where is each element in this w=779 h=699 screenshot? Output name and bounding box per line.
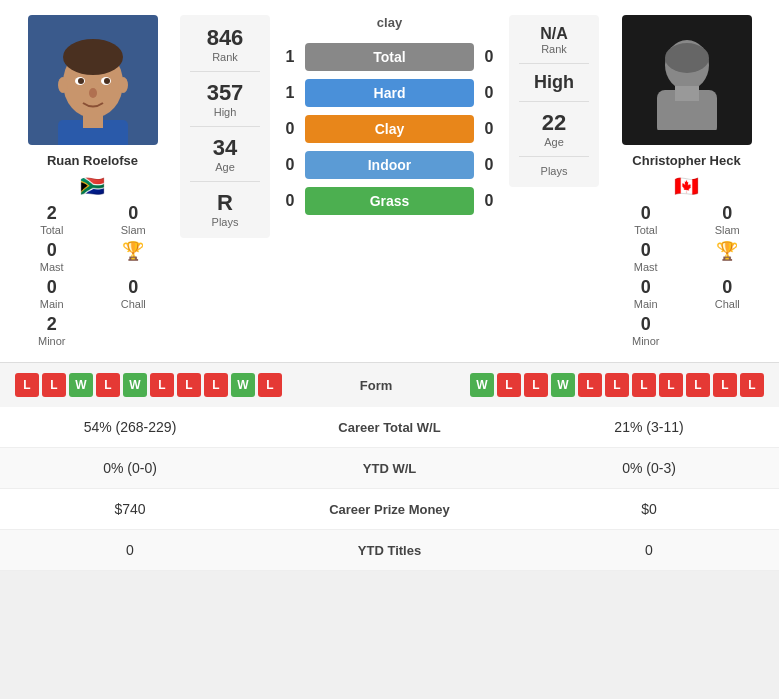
form-badge: L [204, 373, 228, 397]
stat-left-value: $740 [20, 501, 240, 517]
court-badge-indoor: Indoor [305, 151, 474, 179]
stats-row: 54% (268-229) Career Total W/L 21% (3-11… [0, 407, 779, 448]
player-left-photo [28, 15, 158, 145]
stat-total-right: 0 Total [609, 203, 683, 236]
svg-point-1 [63, 39, 123, 75]
court-score-right-grass: 0 [479, 192, 499, 210]
stat-slam: 0 Slam [97, 203, 171, 236]
court-badge-clay: Clay [305, 115, 474, 143]
stat-main-left: 0 Main [15, 277, 89, 310]
court-section: clay 1 Total 0 1 Hard 0 0 Clay 0 [275, 15, 504, 215]
form-label: Form [360, 378, 393, 393]
player-right-avatar [637, 30, 737, 130]
stat-center-label: Career Total W/L [290, 420, 490, 435]
form-badge: W [551, 373, 575, 397]
rank-stat: 846 Rank [190, 25, 260, 63]
stat-left-value: 54% (268-229) [20, 419, 240, 435]
court-row-clay: 0 Clay 0 [280, 115, 499, 143]
stat-trophy-left: 🏆 [97, 240, 171, 273]
court-row-indoor: 0 Indoor 0 [280, 151, 499, 179]
form-badges-right: WLLWLLLLLLL [470, 373, 764, 397]
middle-section: 846 Rank 357 High 34 Age R Plays [180, 15, 599, 347]
age-stat: 34 Age [190, 135, 260, 173]
stat-trophy-right: 🏆 [691, 240, 765, 273]
court-score-right-indoor: 0 [479, 156, 499, 174]
form-badge: W [231, 373, 255, 397]
stat-right-value: 21% (3-11) [539, 419, 759, 435]
court-score-left-clay: 0 [280, 120, 300, 138]
court-title: clay [280, 15, 499, 30]
trophy-icon-left: 🏆 [122, 240, 144, 262]
divider3 [190, 181, 260, 182]
player-comparison: Ruan Roelofse 🇿🇦 2 Total 0 Slam 0 Mast 🏆 [0, 0, 779, 362]
form-badge: L [605, 373, 629, 397]
divider4 [519, 63, 589, 64]
court-badge-hard: Hard [305, 79, 474, 107]
divider6 [519, 156, 589, 157]
divider2 [190, 126, 260, 127]
player-left-stats: 2 Total 0 Slam 0 Mast 🏆 0 Main [10, 203, 175, 347]
trophy-icon-right: 🏆 [716, 240, 738, 262]
stat-right-value: 0% (0-3) [539, 460, 759, 476]
court-score-left-hard: 1 [280, 84, 300, 102]
svg-point-6 [78, 78, 84, 84]
stat-minor-right: 0 Minor [609, 314, 683, 347]
court-row-total: 1 Total 0 [280, 43, 499, 71]
court-score-left-total: 1 [280, 48, 300, 66]
form-badge: L [659, 373, 683, 397]
plays-stat: R Plays [190, 190, 260, 228]
court-score-left-grass: 0 [280, 192, 300, 210]
form-badge: L [686, 373, 710, 397]
stat-left-value: 0% (0-0) [20, 460, 240, 476]
form-badge: L [740, 373, 764, 397]
court-row-hard: 1 Hard 0 [280, 79, 499, 107]
court-score-right-total: 0 [479, 48, 499, 66]
player-right-name: Christopher Heck [632, 153, 740, 168]
player-left-flag: 🇿🇦 [80, 174, 105, 198]
form-section: LLWLWLLLWL Form WLLWLLLLLLL [0, 362, 779, 407]
stat-chall-right: 0 Chall [691, 277, 765, 310]
stats-row: $740 Career Prize Money $0 [0, 489, 779, 530]
player-right-flag: 🇨🇦 [674, 174, 699, 198]
form-badge: W [470, 373, 494, 397]
high-stat: 357 High [190, 80, 260, 118]
form-badge: W [123, 373, 147, 397]
player-right-photo [622, 15, 752, 145]
player-left: Ruan Roelofse 🇿🇦 2 Total 0 Slam 0 Mast 🏆 [10, 15, 175, 347]
stat-minor-left: 2 Minor [15, 314, 89, 347]
age-stat-right: 22 Age [519, 110, 589, 148]
divider1 [190, 71, 260, 72]
divider5 [519, 101, 589, 102]
stats-rows: 54% (268-229) Career Total W/L 21% (3-11… [0, 407, 779, 571]
svg-point-2 [58, 77, 68, 93]
stat-center-label: YTD Titles [290, 543, 490, 558]
stat-main-right: 0 Main [609, 277, 683, 310]
stat-mast: 0 Mast [15, 240, 89, 273]
left-stats-box: 846 Rank 357 High 34 Age R Plays [180, 15, 270, 238]
main-container: Ruan Roelofse 🇿🇦 2 Total 0 Slam 0 Mast 🏆 [0, 0, 779, 571]
form-badge: L [578, 373, 602, 397]
player-right: Christopher Heck 🇨🇦 0 Total 0 Slam 0 Mas… [604, 15, 769, 347]
court-row-grass: 0 Grass 0 [280, 187, 499, 215]
player-left-name: Ruan Roelofse [47, 153, 138, 168]
right-stats-box: N/A Rank High 22 Age Plays [509, 15, 599, 187]
form-badge: L [713, 373, 737, 397]
form-badge: L [150, 373, 174, 397]
form-badges-left: LLWLWLLLWL [15, 373, 282, 397]
stat-right-value: 0 [539, 542, 759, 558]
form-badge: L [42, 373, 66, 397]
svg-rect-14 [675, 86, 699, 101]
court-score-left-indoor: 0 [280, 156, 300, 174]
stats-row: 0 YTD Titles 0 [0, 530, 779, 571]
form-badge: W [69, 373, 93, 397]
form-badge: L [524, 373, 548, 397]
court-score-right-clay: 0 [479, 120, 499, 138]
player-left-avatar [38, 35, 148, 145]
player-right-stats: 0 Total 0 Slam 0 Mast 🏆 0 Main [604, 203, 769, 347]
stat-right-value: $0 [539, 501, 759, 517]
court-badge-grass: Grass [305, 187, 474, 215]
svg-point-8 [89, 88, 97, 98]
svg-point-12 [665, 43, 709, 73]
stat-left-value: 0 [20, 542, 240, 558]
svg-point-7 [104, 78, 110, 84]
